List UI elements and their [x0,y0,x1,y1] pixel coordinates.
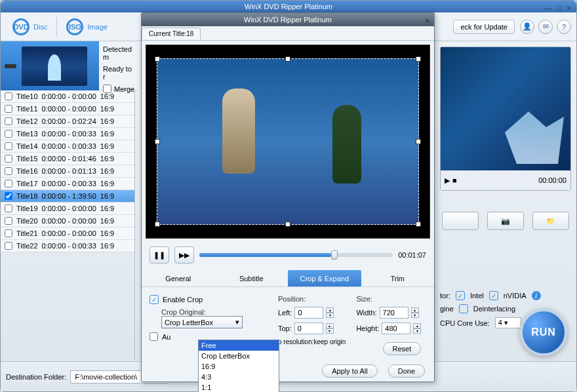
title-row[interactable]: Title120:00:00 - 0:02:2416:9 [1,115,134,128]
title-checkbox[interactable] [5,167,12,175]
crop-handle-bm[interactable] [285,222,290,227]
title-checkbox[interactable] [5,117,12,125]
title-checkbox[interactable] [5,105,12,113]
title-name: Title15 [16,155,38,163]
left-input[interactable] [294,307,323,319]
tab-crop-expand[interactable]: Crop & Expand [288,270,361,287]
enable-crop-checkbox[interactable]: Enable Crop [149,295,268,304]
seek-slider[interactable] [199,253,393,257]
position-label: Position: [278,295,346,303]
pause-button[interactable]: ❚❚ [149,246,169,264]
crop-handle-tr[interactable] [416,56,421,62]
left-spinner[interactable]: ▴▾ [326,307,334,318]
crop-handle-br[interactable] [416,222,421,227]
top-input[interactable] [294,323,323,334]
tab-trim[interactable]: Trim [361,270,435,287]
title-checkbox[interactable] [5,217,12,225]
title-ar: 16:9 [100,180,114,187]
reset-button[interactable]: Reset [383,342,422,355]
edit-button[interactable] [442,212,479,230]
tab-subtitle[interactable]: Subtitle [215,270,288,287]
width-spinner[interactable]: ▴▾ [411,307,419,318]
title-row[interactable]: Title190:00:00 - 0:00:0016:9 [1,203,134,215]
intel-checkbox[interactable] [456,291,465,300]
crop-handle-bl[interactable] [155,222,160,227]
dd-option-169[interactable]: 16:9 [199,361,279,372]
info-icon[interactable]: i [532,291,541,300]
title-row[interactable]: Title110:00:00 - 0:00:0016:9 [1,103,134,115]
crop-handle-ml[interactable] [155,139,160,144]
title-row[interactable]: Title170:00:00 - 0:00:3316:9 [1,178,134,190]
title-checkbox[interactable] [5,229,12,237]
title-row[interactable]: Title150:00:00 - 0:01:4616:9 [1,153,134,165]
title-checkbox[interactable] [5,130,12,138]
crop-handle-mr[interactable] [416,139,421,144]
title-checkbox[interactable] [5,92,12,100]
title-row[interactable]: Title210:00:00 - 0:00:0016:9 [1,227,134,240]
title-ar: 16:9 [100,217,114,225]
video-preview[interactable] [146,45,430,239]
dd-option-free[interactable]: Free [199,340,279,351]
done-button[interactable]: Done [388,364,425,378]
title-range: 0:00:00 - 0:02:24 [42,117,96,125]
disc-button[interactable]: DVD Disc [6,16,54,38]
crop-dialog: WinX DVD Ripper Platinum × Current Title… [141,12,435,382]
dialog-close-icon[interactable]: × [425,14,430,28]
title-checkbox[interactable] [5,242,12,250]
title-row[interactable]: Title200:00:00 - 0:00:0016:9 [1,215,134,227]
apply-to-all-button[interactable]: Apply to All [322,364,377,378]
crop-handle-tl[interactable] [155,56,160,62]
close-icon[interactable]: × [567,2,571,14]
mail-icon[interactable]: ✉ [538,20,553,34]
nvidia-checkbox[interactable] [489,291,498,300]
minimize-icon[interactable]: — [545,2,552,14]
title-row[interactable]: Title180:00:00 - 1:39:5016:9 [1,190,134,203]
title-checkbox[interactable] [5,180,12,187]
current-title-tab[interactable]: Current Title:18 [142,28,201,40]
preview-time: 00:00:00 [538,176,567,184]
maximize-icon[interactable]: □ [557,2,562,14]
title-checkbox[interactable] [5,205,12,212]
prev-play-icon[interactable]: ▶ [445,176,450,185]
prev-stop-icon[interactable]: ■ [452,176,457,184]
cpu-core-select[interactable]: 4 ▾ [495,317,521,328]
height-spinner[interactable]: ▴▾ [413,323,421,334]
title-checkbox[interactable] [5,142,12,150]
seek-thumb[interactable] [331,250,338,260]
dd-option-43[interactable]: 4:3 [199,372,279,382]
crop-handle-tm[interactable] [285,56,290,62]
crop-original-select[interactable]: Crop LetterBox▾ [161,316,243,328]
dd-option-11[interactable]: 1:1 [199,382,279,392]
height-input[interactable] [382,323,410,334]
user-icon[interactable]: 👤 [520,20,534,34]
title-checkbox[interactable] [5,192,12,200]
title-list[interactable]: Title100:00:00 - 0:00:0016:9Title110:00:… [1,90,134,360]
dd-option-letterbox[interactable]: Crop LetterBox [199,351,279,361]
width-input[interactable] [380,307,408,319]
destination-label: Destination Folder: [6,373,66,381]
title-row[interactable]: Title160:00:00 - 0:01:1316:9 [1,165,134,178]
folder-button[interactable]: 📁 [532,212,569,230]
disc-icon: DVD [12,18,30,35]
title-row[interactable]: Title130:00:00 - 0:00:3316:9 [1,128,134,140]
top-spinner[interactable]: ▴▾ [326,323,334,334]
disc-label: Disc [33,23,47,31]
title-checkbox[interactable] [5,155,12,163]
tab-general[interactable]: General [142,270,215,287]
collapse-icon[interactable] [5,64,16,68]
help-icon[interactable]: ? [557,20,571,34]
run-button[interactable]: RUN [520,309,567,356]
dialog-titlebar[interactable]: WinX DVD Ripper Platinum × [142,13,434,26]
crop-frame[interactable] [157,58,419,225]
title-row[interactable]: Title220:00:00 - 0:00:3316:9 [1,240,134,252]
deinterlacing-checkbox[interactable] [459,304,468,313]
selected-title-thumb[interactable] [1,41,99,90]
fastforward-button[interactable]: ▶▶ [174,246,194,264]
image-button[interactable]: ISO Image [60,16,114,38]
title-ar: 16:9 [100,205,114,212]
check-update-button[interactable]: eck for Update [453,20,515,34]
title-range: 0:00:00 - 0:00:00 [42,217,96,225]
title-row[interactable]: Title140:00:00 - 0:00:3316:9 [1,140,134,153]
snapshot-button[interactable]: 📷 [487,212,524,230]
title-range: 0:00:00 - 1:39:50 [42,192,96,200]
